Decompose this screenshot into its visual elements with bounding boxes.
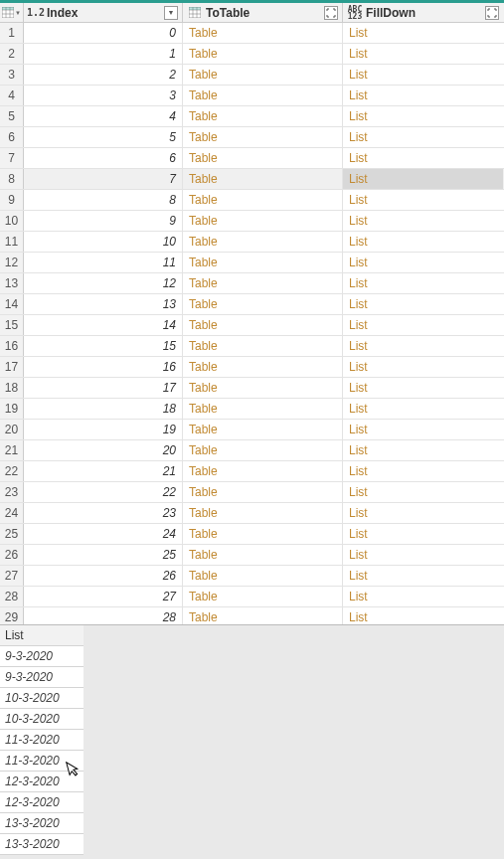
row-number[interactable]: 2 [0, 44, 24, 64]
table-row[interactable]: 10TableList [0, 23, 504, 44]
row-number[interactable]: 9 [0, 190, 24, 210]
cell-index[interactable]: 11 [24, 253, 183, 272]
row-number[interactable]: 10 [0, 211, 24, 231]
row-number[interactable]: 27 [0, 566, 24, 586]
cell-index[interactable]: 4 [24, 106, 183, 126]
cell-filldown[interactable]: List [343, 148, 503, 168]
cell-filldown[interactable]: List [343, 232, 503, 252]
table-row[interactable]: 87TableList [0, 169, 504, 190]
table-row[interactable]: 43TableList [0, 86, 504, 106]
list-item[interactable]: 13-3-2020 [0, 813, 84, 834]
table-row[interactable]: 2221TableList [0, 461, 504, 482]
cell-index[interactable]: 10 [24, 232, 183, 252]
cell-filldown[interactable]: List [343, 357, 503, 377]
cell-filldown[interactable]: List [343, 190, 503, 210]
cell-filldown[interactable]: List [343, 420, 503, 439]
cell-index[interactable]: 24 [24, 524, 183, 544]
cell-filldown[interactable]: List [343, 524, 503, 544]
row-number[interactable]: 15 [0, 315, 24, 335]
cell-index[interactable]: 27 [24, 587, 183, 606]
row-number[interactable]: 23 [0, 482, 24, 502]
table-row[interactable]: 1413TableList [0, 294, 504, 315]
cell-totable[interactable]: Table [183, 232, 343, 252]
table-row[interactable]: 76TableList [0, 148, 504, 169]
cell-filldown[interactable]: List [343, 607, 503, 624]
cell-totable[interactable]: Table [183, 23, 343, 43]
table-row[interactable]: 1817TableList [0, 378, 504, 399]
cell-totable[interactable]: Table [183, 294, 343, 314]
cell-index[interactable]: 15 [24, 336, 183, 356]
list-item[interactable]: 12-3-2020 [0, 772, 84, 792]
expand-column-button[interactable] [485, 6, 499, 20]
cell-totable[interactable]: Table [183, 461, 343, 481]
cell-index[interactable]: 28 [24, 607, 183, 624]
cell-index[interactable]: 16 [24, 357, 183, 377]
cell-index[interactable]: 12 [24, 273, 183, 293]
row-number[interactable]: 6 [0, 127, 24, 147]
row-number[interactable]: 12 [0, 253, 24, 272]
cell-totable[interactable]: Table [183, 524, 343, 544]
cell-filldown[interactable]: List [343, 440, 503, 460]
cell-index[interactable]: 0 [24, 23, 183, 43]
table-row[interactable]: 65TableList [0, 127, 504, 148]
filter-dropdown-button[interactable]: ▼ [164, 6, 178, 20]
cell-filldown[interactable]: List [343, 378, 503, 398]
table-row[interactable]: 1615TableList [0, 336, 504, 357]
table-row[interactable]: 1110TableList [0, 232, 504, 253]
table-row[interactable]: 1716TableList [0, 357, 504, 378]
list-item[interactable]: 13-3-2020 [0, 834, 84, 855]
row-number[interactable]: 17 [0, 357, 24, 377]
cell-totable[interactable]: Table [183, 253, 343, 272]
cell-filldown[interactable]: List [343, 86, 503, 105]
cell-totable[interactable]: Table [183, 44, 343, 64]
row-number[interactable]: 29 [0, 607, 24, 624]
cell-totable[interactable]: Table [183, 211, 343, 231]
cell-filldown[interactable]: List [343, 127, 503, 147]
row-number[interactable]: 14 [0, 294, 24, 314]
cell-totable[interactable]: Table [183, 607, 343, 624]
cell-totable[interactable]: Table [183, 503, 343, 523]
list-item[interactable]: 11-3-2020 [0, 751, 84, 772]
table-row[interactable]: 1514TableList [0, 315, 504, 336]
row-number[interactable]: 24 [0, 503, 24, 523]
cell-index[interactable]: 2 [24, 65, 183, 85]
row-number[interactable]: 25 [0, 524, 24, 544]
table-row[interactable]: 32TableList [0, 65, 504, 86]
table-row[interactable]: 54TableList [0, 106, 504, 127]
cell-filldown[interactable]: List [343, 253, 503, 272]
table-row[interactable]: 1312TableList [0, 273, 504, 294]
cell-filldown[interactable]: List [343, 399, 503, 419]
cell-index[interactable]: 22 [24, 482, 183, 502]
cell-index[interactable]: 18 [24, 399, 183, 419]
row-number[interactable]: 5 [0, 106, 24, 126]
table-row[interactable]: 21TableList [0, 44, 504, 65]
cell-totable[interactable]: Table [183, 587, 343, 606]
column-header-filldown[interactable]: ABC123 FillDown [343, 3, 503, 22]
list-item[interactable]: 11-3-2020 [0, 730, 84, 751]
row-number[interactable]: 7 [0, 148, 24, 168]
list-item[interactable]: 9-3-2020 [0, 646, 84, 667]
cell-index[interactable]: 23 [24, 503, 183, 523]
cell-totable[interactable]: Table [183, 315, 343, 335]
table-row[interactable]: 2423TableList [0, 503, 504, 524]
select-all-corner[interactable]: ▼ [0, 3, 24, 22]
column-header-totable[interactable]: ToTable [183, 3, 343, 22]
cell-filldown[interactable]: List [343, 482, 503, 502]
table-row[interactable]: 2928TableList [0, 607, 504, 624]
cell-filldown[interactable]: List [343, 545, 503, 565]
cell-index[interactable]: 13 [24, 294, 183, 314]
table-row[interactable]: 2019TableList [0, 420, 504, 440]
row-number[interactable]: 21 [0, 440, 24, 460]
row-number[interactable]: 26 [0, 545, 24, 565]
table-row[interactable]: 2120TableList [0, 440, 504, 461]
cell-filldown[interactable]: List [343, 106, 503, 126]
cell-index[interactable]: 6 [24, 148, 183, 168]
cell-totable[interactable]: Table [183, 545, 343, 565]
list-item[interactable]: 9-3-2020 [0, 667, 84, 688]
cell-totable[interactable]: Table [183, 336, 343, 356]
cell-filldown[interactable]: List [343, 336, 503, 356]
cell-totable[interactable]: Table [183, 357, 343, 377]
cell-totable[interactable]: Table [183, 566, 343, 586]
list-item[interactable]: 10-3-2020 [0, 688, 84, 709]
row-number[interactable]: 11 [0, 232, 24, 252]
